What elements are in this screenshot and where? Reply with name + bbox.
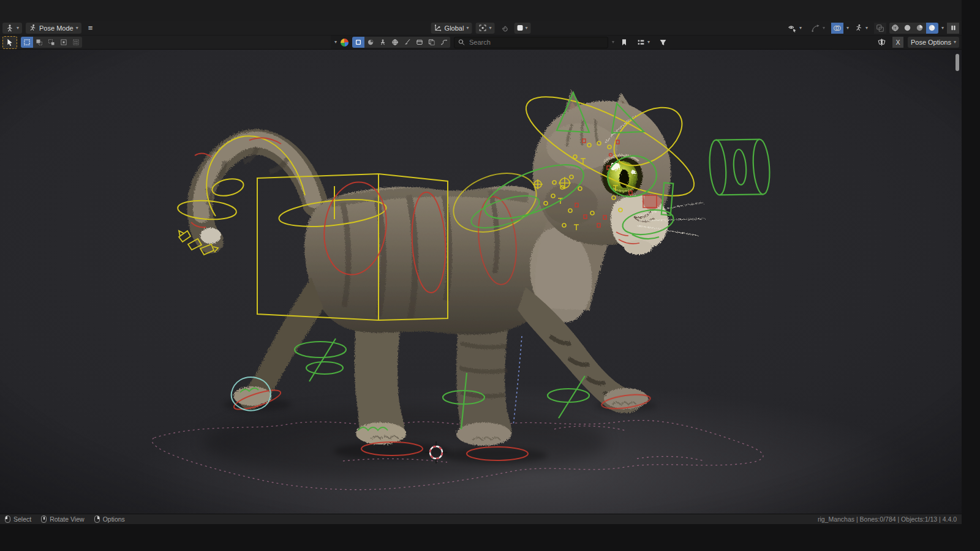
vignette — [0, 50, 962, 514]
status-rotate-view: Rotate View — [41, 515, 84, 523]
bookmark-button[interactable] — [618, 37, 630, 48]
filter-figure-button[interactable] — [377, 37, 389, 48]
bookmark-icon — [620, 39, 628, 46]
data-sphere-icon[interactable] — [341, 39, 349, 47]
status-options-label: Options — [103, 515, 125, 523]
filter-pages-button[interactable] — [426, 37, 438, 48]
mode-dropdown[interactable]: Pose Mode ▾ — [26, 23, 81, 34]
chevron-down-icon[interactable]: ▾ — [612, 40, 614, 45]
chevron-down-icon: ▾ — [865, 26, 868, 31]
chevron-down-icon: ▾ — [823, 26, 825, 31]
transform-orientation-dropdown[interactable]: Global ▾ — [431, 23, 472, 34]
overlays-toggle[interactable] — [831, 23, 843, 34]
active-tool-button[interactable] — [2, 36, 17, 49]
status-options: Options — [94, 515, 125, 523]
mirror-butterfly-icon — [877, 38, 886, 47]
collapsed-menus-button[interactable]: ≡ — [85, 23, 96, 34]
select-mode-subtract-button[interactable] — [45, 37, 58, 48]
pivot-point-icon — [478, 24, 486, 32]
topbar-spacer — [0, 0, 962, 21]
xray-toggle[interactable] — [874, 23, 886, 34]
blender-window: ▾ Pose Mode ▾ ≡ Global ▾ ▾ — [0, 0, 962, 523]
shading-mode-group — [889, 23, 938, 34]
filter-type-group — [352, 37, 450, 48]
search-input[interactable] — [468, 38, 604, 47]
status-select-label: Select — [13, 515, 31, 523]
snapping-toggle[interactable] — [498, 23, 510, 34]
magnet-icon — [500, 24, 508, 32]
display-mode-icon — [637, 39, 645, 47]
pivot-point-dropdown[interactable]: ▾ — [475, 23, 494, 34]
viewport-header: ▾ Pose Mode ▾ ≡ Global ▾ ▾ — [0, 21, 962, 36]
display-mode-dropdown[interactable]: ▾ — [634, 37, 653, 48]
shading-solid-button[interactable] — [902, 23, 914, 34]
select-mode-group — [21, 37, 82, 48]
chevron-down-icon: ▾ — [954, 40, 956, 45]
select-mode-extend-button[interactable] — [33, 37, 45, 48]
mirror-toggle[interactable] — [876, 37, 888, 48]
material-sphere-icon — [916, 24, 924, 32]
filter-object-button[interactable] — [352, 37, 364, 48]
status-select: Select — [5, 515, 31, 523]
viewport-3d[interactable] — [0, 50, 962, 514]
pose-mode-icon — [29, 24, 37, 32]
mirror-x-toggle[interactable]: X — [892, 37, 903, 48]
chevron-down-icon: ▾ — [17, 26, 19, 31]
shading-wireframe-button[interactable] — [889, 23, 902, 34]
chevron-down-icon: ▾ — [489, 26, 491, 31]
gizmo-icon — [811, 24, 820, 32]
object-visibility-dropdown[interactable]: ▾ — [785, 23, 805, 34]
mouse-left-icon — [5, 515, 10, 523]
filter-card-button[interactable] — [413, 37, 426, 48]
solid-sphere-icon — [903, 24, 911, 32]
chevron-down-icon: ▾ — [525, 26, 527, 31]
scene-statistics: rig_Manchas | Bones:0/784 | Objects:1/13… — [818, 515, 957, 523]
chevron-down-icon: ▾ — [941, 26, 944, 31]
pose-overlay-dropdown[interactable]: ▾ — [852, 23, 871, 34]
select-mode-intersect-button[interactable] — [70, 37, 82, 48]
rendered-sphere-icon — [928, 24, 936, 32]
shading-material-button[interactable] — [914, 23, 926, 34]
editor-type-button[interactable]: ▾ — [2, 23, 22, 34]
viewport-scrollbar[interactable] — [956, 54, 959, 71]
editor-type-icon — [6, 24, 14, 32]
pause-icon — [950, 24, 957, 31]
select-invert-icon — [60, 39, 67, 46]
select-mode-invert-button[interactable] — [58, 37, 70, 48]
filter-button[interactable] — [657, 37, 669, 48]
chevron-down-icon: ▾ — [799, 26, 802, 31]
select-mode-set-button[interactable] — [21, 37, 33, 48]
filter-brush-button[interactable] — [401, 37, 413, 48]
proportional-editing-dropdown[interactable]: ▾ — [514, 23, 530, 34]
status-rotate-view-label: Rotate View — [50, 515, 84, 523]
filter-curve-button[interactable] — [438, 37, 450, 48]
eye-pointer-icon — [788, 24, 797, 32]
search-icon — [458, 39, 465, 46]
select-set-icon — [23, 39, 31, 46]
mouse-middle-icon — [41, 515, 47, 523]
gizmos-dropdown[interactable]: ▾ — [808, 23, 828, 34]
chevron-down-icon: ▾ — [647, 40, 650, 45]
mode-dropdown-label: Pose Mode — [39, 24, 74, 32]
chevron-down-icon[interactable]: ▾ — [334, 40, 337, 45]
transform-orientation-label: Global — [445, 24, 464, 32]
chevron-down-icon: ▾ — [76, 26, 78, 31]
mouse-right-icon — [94, 515, 100, 523]
search-box — [454, 37, 608, 48]
select-subtract-icon — [48, 39, 55, 46]
shading-rendered-button[interactable] — [926, 23, 938, 34]
select-extend-icon — [36, 39, 43, 46]
cursor-tool-icon — [6, 39, 14, 47]
orientation-axes-icon — [434, 24, 442, 32]
proportional-editing-icon — [517, 25, 522, 31]
tool-settings-bar: ▾ — [0, 36, 962, 50]
pause-button[interactable] — [947, 23, 959, 34]
chevron-down-icon: ▾ — [846, 26, 849, 31]
pose-options-dropdown[interactable]: Pose Options ▾ — [908, 37, 959, 48]
filter-pie-button[interactable] — [364, 37, 377, 48]
mirror-x-label: X — [895, 39, 900, 46]
viewport-scene — [0, 50, 962, 514]
funnel-icon — [659, 39, 667, 47]
stick-figure-icon — [855, 24, 863, 32]
filter-globe-button[interactable] — [389, 37, 401, 48]
